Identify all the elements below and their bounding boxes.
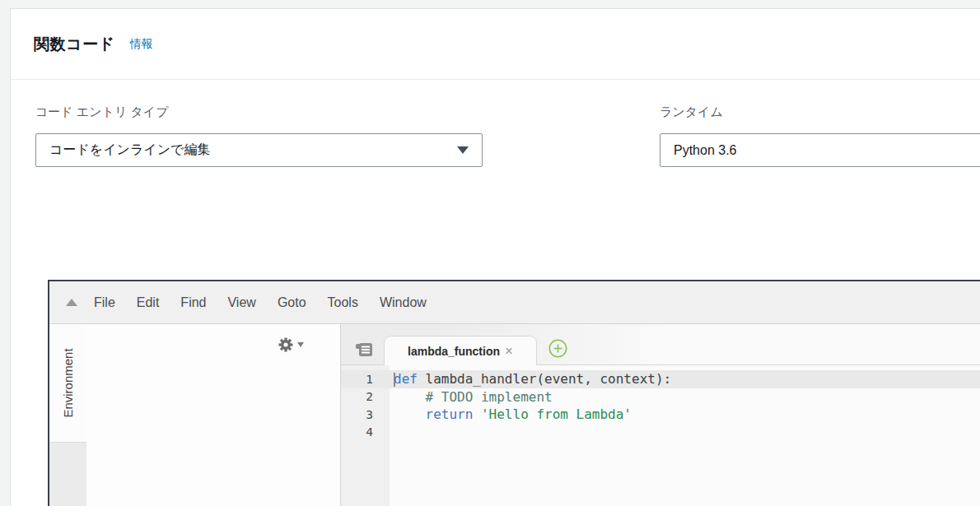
tab-list-button[interactable] <box>356 343 373 357</box>
line-number: 1 <box>341 373 390 386</box>
collapse-editor-icon[interactable] <box>66 299 77 306</box>
code-line-1: 1def lambda_handler(event, context): <box>341 370 980 388</box>
runtime-label: ランタイム <box>660 104 980 120</box>
line-number: 3 <box>341 408 390 421</box>
code-entry-type-field: コード エントリ タイプ コードをインラインで編集 <box>35 104 483 167</box>
environment-tab-label: Environment <box>61 348 75 417</box>
menu-item-edit[interactable]: Edit <box>137 295 160 310</box>
tab-list-icon <box>356 343 373 357</box>
tree-settings-button[interactable] <box>278 337 304 352</box>
code-text: def lambda_handler(event, context): <box>390 371 671 387</box>
sidebar-tab-environment[interactable]: Environment <box>49 324 86 443</box>
editor-menubar: FileEditFindViewGotoToolsWindow <box>49 281 980 324</box>
tab-lambda-function[interactable]: lambda_function × <box>384 336 537 365</box>
chevron-down-icon <box>457 146 469 154</box>
editor-left-column: Environment <box>49 324 341 506</box>
menu-item-window[interactable]: Window <box>380 295 427 310</box>
function-code-card: 関数コード 情報 コード エントリ タイプ コードをインラインで編集 ランタイム… <box>10 8 980 506</box>
code-token-plain <box>473 406 481 422</box>
runtime-select[interactable]: Python 3.6 <box>660 133 980 167</box>
code-line-4: 4 <box>341 424 980 442</box>
code-token-plain <box>394 406 426 422</box>
code-lines: 1def lambda_handler(event, context):2 # … <box>341 370 980 441</box>
editor-tabstrip: lambda_function × <box>341 324 980 365</box>
page-title: 関数コード <box>34 34 114 55</box>
line-number: 4 <box>341 425 390 439</box>
code-entry-type-label: コード エントリ タイプ <box>35 104 483 120</box>
plus-icon <box>548 339 567 358</box>
close-tab-icon[interactable]: × <box>505 344 513 358</box>
code-token-keyword: return <box>426 406 474 422</box>
cloud9-editor: FileEditFindViewGotoToolsWindow Environm… <box>48 280 980 506</box>
environment-strip: Environment <box>49 324 86 506</box>
code-token-plain: lambda_handler(event, context): <box>418 371 671 387</box>
file-tree-panel[interactable] <box>86 324 340 506</box>
code-entry-type-select[interactable]: コードをインラインで編集 <box>35 133 483 167</box>
code-line-2: 2 # TODO implement <box>341 388 980 406</box>
line-number: 2 <box>341 390 390 403</box>
caret-down-icon <box>297 342 304 347</box>
menu-items: FileEditFindViewGotoToolsWindow <box>94 295 427 310</box>
menu-item-find[interactable]: Find <box>180 295 206 310</box>
menu-item-file[interactable]: File <box>94 295 115 310</box>
menu-item-goto[interactable]: Goto <box>278 295 306 310</box>
code-token-keyword: def <box>394 371 418 387</box>
menu-item-view[interactable]: View <box>227 295 255 310</box>
runtime-field: ランタイム Python 3.6 <box>660 104 980 167</box>
code-token-comment: # TODO implement <box>394 389 553 405</box>
menu-item-tools[interactable]: Tools <box>328 295 358 310</box>
runtime-value: Python 3.6 <box>674 143 737 158</box>
card-body: コード エントリ タイプ コードをインラインで編集 ランタイム Python 3… <box>11 80 980 506</box>
code-text: return 'Hello from Lambda' <box>390 406 632 422</box>
gear-icon <box>278 337 293 352</box>
editor-right-column: lambda_function × 1def lambda_h <box>341 324 980 506</box>
code-area[interactable]: 1def lambda_handler(event, context):2 # … <box>341 365 980 506</box>
new-tab-button[interactable] <box>548 339 567 358</box>
code-text: # TODO implement <box>390 389 553 405</box>
code-entry-type-value: コードをインラインで編集 <box>49 142 210 159</box>
code-token-string: 'Hello from Lambda' <box>481 406 632 422</box>
info-link[interactable]: 情報 <box>129 37 152 52</box>
code-line-3: 3 return 'Hello from Lambda' <box>341 406 980 424</box>
card-header: 関数コード 情報 <box>11 9 980 80</box>
tab-label: lambda_function <box>408 345 500 358</box>
editor-body: Environment <box>49 324 980 506</box>
